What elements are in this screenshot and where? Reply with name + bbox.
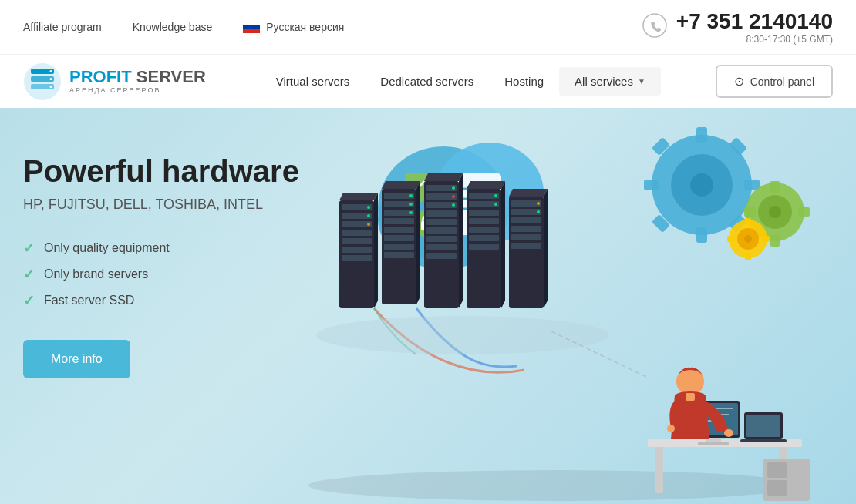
more-info-button[interactable]: More info	[23, 340, 130, 378]
svg-point-3	[643, 14, 666, 37]
hero-features: ✓ Only quality equipment ✓ Only brand se…	[23, 240, 299, 309]
nav-virtual-servers[interactable]: Virtual servers	[261, 67, 366, 96]
language-label: Русская версия	[266, 21, 344, 33]
svg-point-10	[50, 86, 52, 88]
hero-section: Powerful hardware HP, FUJITSU, DELL, TOS…	[0, 108, 856, 504]
svg-rect-111	[727, 236, 735, 242]
svg-rect-42	[384, 244, 414, 250]
svg-marker-62	[424, 173, 463, 181]
top-bar-right: +7 351 2140140 8:30-17:30 (+5 GMT)	[642, 9, 833, 45]
logo-profit: PROFIT	[69, 67, 132, 86]
svg-rect-110	[745, 253, 751, 260]
phone-info: +7 351 2140140 8:30-17:30 (+5 GMT)	[676, 9, 833, 45]
svg-rect-125	[698, 442, 729, 445]
svg-rect-69	[469, 227, 499, 233]
svg-point-131	[667, 425, 675, 432]
svg-marker-75	[501, 181, 505, 308]
svg-marker-86	[544, 189, 548, 308]
lock-icon: ⊙	[734, 74, 744, 89]
control-panel-button[interactable]: ⊙ Control panel	[716, 65, 833, 98]
svg-marker-74	[467, 181, 505, 189]
chevron-down-icon: ▼	[638, 77, 645, 86]
svg-rect-57	[426, 244, 457, 250]
logo[interactable]: PROFIT SERVER АРЕНДА СЕРВЕРОВ	[23, 62, 206, 101]
svg-point-9	[50, 78, 52, 80]
svg-rect-0	[243, 22, 260, 25]
svg-point-59	[452, 186, 455, 190]
svg-rect-118	[767, 480, 787, 496]
svg-rect-1	[243, 25, 260, 29]
svg-marker-34	[374, 193, 378, 308]
check-icon-3: ✓	[23, 292, 35, 309]
hero-illustration	[254, 108, 856, 504]
svg-point-45	[409, 203, 413, 206]
logo-text: PROFIT SERVER АРЕНДА СЕРВЕРОВ	[69, 68, 206, 94]
svg-rect-70	[469, 235, 499, 241]
affiliate-link[interactable]: Affiliate program	[23, 21, 102, 33]
svg-rect-43	[384, 252, 414, 258]
hero-title: Powerful hardware	[23, 154, 299, 189]
svg-point-46	[409, 211, 413, 214]
nav-hosting[interactable]: Hosting	[489, 67, 559, 96]
svg-rect-104	[744, 207, 756, 217]
svg-rect-55	[426, 227, 457, 234]
svg-rect-117	[767, 462, 787, 478]
svg-rect-29	[342, 255, 372, 261]
nav-all-services[interactable]: All services ▼	[559, 67, 661, 96]
top-bar: Affiliate program Knowledge base Русская…	[0, 0, 856, 54]
svg-point-31	[367, 214, 370, 217]
feature-2: ✓ Only brand servers	[23, 266, 299, 283]
svg-point-72	[494, 194, 497, 197]
svg-rect-67	[469, 210, 499, 216]
svg-rect-127	[746, 415, 780, 437]
feature-1: ✓ Only quality equipment	[23, 240, 299, 257]
svg-rect-132	[686, 393, 695, 401]
svg-rect-54	[426, 219, 457, 225]
svg-rect-81	[511, 234, 541, 240]
svg-rect-114	[655, 447, 663, 493]
svg-point-87	[316, 316, 609, 354]
svg-rect-26	[342, 230, 372, 236]
svg-point-44	[409, 194, 413, 197]
svg-marker-85	[509, 189, 548, 197]
svg-rect-109	[745, 218, 751, 226]
svg-rect-82	[511, 243, 541, 249]
svg-rect-79	[511, 217, 541, 223]
svg-point-11	[308, 470, 802, 501]
svg-rect-58	[426, 253, 457, 259]
svg-rect-71	[469, 244, 499, 250]
svg-point-60	[452, 195, 455, 198]
logo-server: SERVER	[132, 67, 206, 86]
svg-rect-2	[243, 29, 260, 33]
top-bar-left: Affiliate program Knowledge base Русская…	[23, 21, 344, 33]
hero-content: Powerful hardware HP, FUJITSU, DELL, TOS…	[23, 154, 299, 378]
svg-point-8	[50, 70, 52, 72]
flag-icon	[243, 22, 260, 33]
logo-icon	[23, 62, 62, 101]
svg-point-73	[494, 203, 497, 206]
svg-point-61	[452, 203, 455, 207]
phone-icon	[642, 13, 667, 42]
knowledge-link[interactable]: Knowledge base	[133, 21, 213, 33]
svg-rect-56	[426, 236, 457, 242]
svg-point-84	[537, 210, 540, 213]
svg-point-101	[769, 206, 781, 218]
svg-rect-28	[342, 247, 372, 253]
svg-rect-128	[740, 439, 787, 442]
phone-number: +7 351 2140140	[676, 9, 833, 34]
svg-marker-48	[416, 181, 420, 304]
svg-marker-63	[459, 173, 463, 308]
language-switcher[interactable]: Русская версия	[243, 21, 344, 33]
svg-rect-112	[762, 236, 770, 242]
check-icon-1: ✓	[23, 240, 35, 257]
nav-dedicated-servers[interactable]: Dedicated servers	[365, 67, 489, 96]
svg-rect-105	[798, 207, 810, 217]
hero-svg	[254, 108, 856, 504]
hero-subtitle: HP, FUJITSU, DELL, TOSHIBA, INTEL	[23, 197, 299, 213]
svg-point-130	[724, 429, 733, 437]
svg-point-32	[367, 223, 370, 226]
svg-rect-92	[696, 227, 707, 243]
svg-rect-80	[511, 226, 541, 232]
svg-rect-103	[770, 235, 780, 247]
nav-links: Virtual servers Dedicated servers Hostin…	[261, 67, 661, 96]
